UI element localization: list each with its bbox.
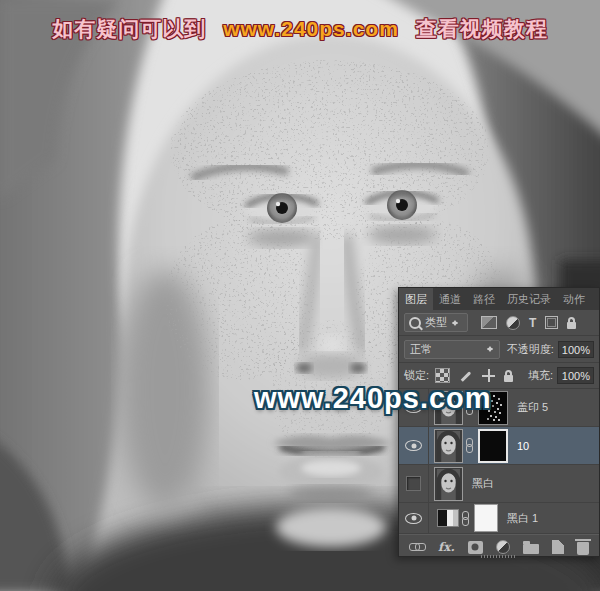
layer-name[interactable]: 黑白 1 xyxy=(507,511,538,526)
visibility-cell[interactable] xyxy=(399,465,429,502)
tab-actions[interactable]: 动作 xyxy=(557,288,591,310)
adjustment-layer-icon[interactable] xyxy=(496,540,510,554)
layer-row-blackwhite[interactable]: 黑白 xyxy=(399,465,599,503)
shape-layer-filter-icon[interactable] xyxy=(545,316,558,329)
new-group-icon[interactable] xyxy=(523,544,539,554)
lock-transparency-icon[interactable] xyxy=(435,368,450,383)
bw-adjustment-thumbnail[interactable] xyxy=(437,509,459,527)
layer-style-icon[interactable]: fx. xyxy=(438,541,455,553)
smart-object-filter-icon[interactable] xyxy=(567,322,576,329)
tab-channels[interactable]: 通道 xyxy=(433,288,467,310)
opacity-value[interactable]: 100% xyxy=(558,341,594,358)
layer-row-10[interactable]: 10 xyxy=(399,427,599,465)
filter-type-label: 类型 xyxy=(425,315,447,330)
fill-value[interactable]: 100% xyxy=(557,367,594,384)
mask-link-icon[interactable] xyxy=(465,438,474,453)
visibility-cell[interactable] xyxy=(399,503,429,533)
blend-mode-value: 正常 xyxy=(410,342,432,357)
filter-icons: T xyxy=(481,316,576,330)
link-layers-icon[interactable] xyxy=(409,543,425,551)
updown-arrows-icon xyxy=(486,343,494,355)
mask-link-icon[interactable] xyxy=(461,511,470,526)
lock-all-icon[interactable] xyxy=(504,375,513,382)
layer-mask-thumbnail[interactable] xyxy=(474,504,498,532)
layer-name[interactable]: 10 xyxy=(517,440,529,452)
watermark-text: www.240ps.com xyxy=(254,382,492,415)
add-mask-icon[interactable] xyxy=(468,541,483,554)
banner-suffix-text: 查看视频教程 xyxy=(416,17,548,40)
layer-name[interactable]: 黑白 xyxy=(472,476,494,491)
layer-mask-thumbnail-selected[interactable] xyxy=(478,429,508,463)
visibility-cell[interactable] xyxy=(399,427,429,464)
banner-prefix-text: 如有疑问可以到 xyxy=(52,17,206,40)
updown-arrows-icon xyxy=(451,317,459,329)
blend-mode-row: 正常 不透明度: 100% xyxy=(399,336,599,363)
screenshot-stage: 如有疑问可以到 www.240ps.com 查看视频教程 www.240ps.c… xyxy=(0,0,600,591)
layer-thumbnail[interactable] xyxy=(434,429,463,463)
type-layer-filter-icon[interactable]: T xyxy=(529,317,536,329)
layer-filter-row: 类型 T xyxy=(399,310,599,336)
tab-layers[interactable]: 图层 xyxy=(399,288,433,310)
adjustment-layer-filter-icon[interactable] xyxy=(506,316,520,330)
tab-history[interactable]: 历史记录 xyxy=(501,288,557,310)
eye-icon[interactable] xyxy=(405,440,422,451)
blend-mode-dropdown[interactable]: 正常 xyxy=(404,340,500,359)
delete-layer-icon[interactable] xyxy=(577,542,589,555)
panel-resize-grip[interactable] xyxy=(481,555,517,558)
opacity-label: 不透明度: xyxy=(507,342,554,357)
lock-icons xyxy=(435,368,513,383)
new-layer-icon[interactable] xyxy=(552,540,564,554)
panel-footer: fx. xyxy=(399,534,599,559)
banner: 如有疑问可以到 www.240ps.com 查看视频教程 xyxy=(0,15,600,43)
search-icon xyxy=(409,317,421,329)
lock-label: 锁定: xyxy=(404,368,429,383)
layer-thumbnail[interactable] xyxy=(434,467,463,501)
lock-position-icon[interactable] xyxy=(482,369,495,382)
layers-panel: 图层 通道 路径 历史记录 动作 类型 T 正常 xyxy=(398,287,600,557)
hidden-eye-checkbox[interactable] xyxy=(406,476,421,491)
lock-paint-icon[interactable] xyxy=(459,369,473,383)
eye-icon[interactable] xyxy=(405,513,422,524)
fill-label: 填充: xyxy=(528,368,553,383)
filter-type-dropdown[interactable]: 类型 xyxy=(404,313,468,332)
layer-name[interactable]: 盖印 5 xyxy=(517,400,548,415)
tab-paths[interactable]: 路径 xyxy=(467,288,501,310)
panel-tabs: 图层 通道 路径 历史记录 动作 xyxy=(399,288,599,310)
pixel-layer-filter-icon[interactable] xyxy=(481,316,497,329)
layer-row-blackwhite1[interactable]: 黑白 1 xyxy=(399,503,599,534)
banner-url-text: www.240ps.com xyxy=(223,17,399,40)
